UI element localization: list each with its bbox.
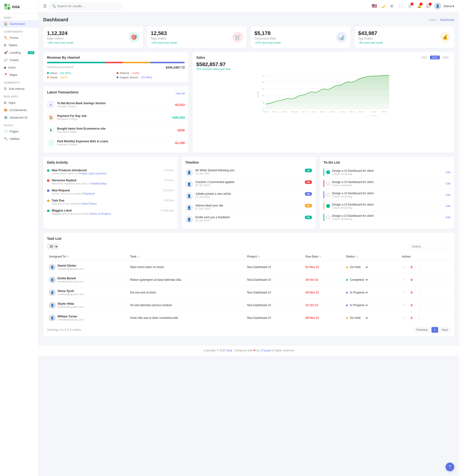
search-input[interactable] (57, 4, 119, 8)
daily-activity-card: Daily Activity New Products Introduced L… (43, 157, 178, 229)
sidebar-item-submenus[interactable]: ☰ Sub-menus › (0, 85, 38, 93)
transactions-card: Latest Transactions View All » To Bel Bc… (43, 86, 188, 153)
sidebar-item-maps[interactable]: 📍 Maps › (0, 71, 38, 79)
action-check-0[interactable]: ✓ (402, 264, 407, 270)
action-check-1[interactable]: ✓ (402, 277, 407, 283)
todo-edit-0[interactable]: Edit (446, 171, 450, 174)
sidebar-item-landing[interactable]: 🚀 Landing new (0, 49, 38, 56)
action-more-2[interactable]: ⋮ (416, 290, 422, 295)
transaction-title-1: Payment For Day Job (57, 114, 172, 118)
todo-item-title-1: Design a UI Dashboard for client (332, 180, 444, 184)
activity-link-4[interactable]: Article on Projects (90, 212, 111, 215)
activity-link-2[interactable]: Facebook (83, 192, 95, 195)
status-select-4[interactable]: On Hold Completed In Progress (349, 316, 369, 320)
utilities-icon: 🔧 (4, 137, 8, 141)
sidebar-item-dashboard[interactable]: 🏠 Dashboard (0, 20, 38, 27)
action-more-0[interactable]: ⋮ (416, 264, 422, 270)
svg-text:Growth: Growth (257, 91, 259, 97)
td-status-0: On Hold Completed In Progress (344, 261, 400, 273)
forms-icon: ✏️ (4, 36, 8, 40)
sidebar-item-apps[interactable]: ⊞ Apps › (0, 99, 38, 106)
action-more-3[interactable]: ⋮ (416, 302, 422, 308)
activity-link-1[interactable]: Detailed Blog (91, 182, 106, 185)
assignee-avatar-4: 👤 (49, 314, 56, 321)
stat-label-0: Daily Visitors (47, 37, 73, 40)
table-row: 👤 Skyler Hilda member@spruko.com Sit sed… (47, 299, 450, 312)
stat-info-1: 12,563 Total Orders ↑12% since last mont… (151, 30, 177, 44)
notification-icon[interactable]: 🔔 3 (416, 3, 423, 9)
home-icon: 🏠 (4, 22, 8, 26)
icons-chevron: › (34, 66, 34, 69)
grid-icon[interactable]: ⊞ (388, 3, 395, 9)
sidebar-item-icons[interactable]: ◆ Icons › (0, 64, 38, 71)
transaction-row: 📄 Paid Monthly Expenses Bills & Loans Pa… (47, 136, 185, 149)
status-select-2[interactable]: On Hold Completed In Progress (349, 291, 369, 294)
transactions-title: Latest Transactions (47, 90, 79, 94)
action-delete-4[interactable]: 🗑 (409, 315, 415, 321)
todo-check-3[interactable]: ✓ (326, 204, 330, 208)
action-more-4[interactable]: ⋮ (416, 315, 422, 321)
todo-check-4[interactable] (326, 215, 330, 219)
action-delete-1[interactable]: 🗑 (409, 277, 415, 283)
activity-link-3[interactable]: New Project (82, 202, 97, 205)
theme-toggle-icon[interactable]: 🌙 (380, 3, 386, 9)
view-all-link[interactable]: View All (176, 92, 185, 95)
page-1-btn[interactable]: 1 (432, 327, 438, 333)
fullscreen-icon[interactable]: ⛶ (397, 3, 404, 9)
status-select-0[interactable]: On Hold Completed In Progress (349, 265, 369, 269)
year-tab[interactable]: 2023 (441, 56, 450, 60)
sidebar-item-advanced-ui[interactable]: ⚙️ Advanced UI › (0, 114, 38, 121)
sidebar-item-forms[interactable]: ✏️ Forms › (0, 34, 38, 42)
todo-check-2[interactable] (326, 193, 330, 197)
transaction-amount-0: -$2,543 (174, 103, 185, 107)
action-check-3[interactable]: ✓ (402, 302, 407, 308)
task-search-input[interactable] (409, 243, 450, 250)
action-delete-0[interactable]: 🗑 (409, 264, 415, 270)
notification-badge: 3 (420, 3, 423, 6)
sidebar-item-ui-elements[interactable]: 🎨 UI Elements › (0, 106, 38, 114)
action-more-1[interactable]: ⋮ (416, 277, 422, 283)
action-check-2[interactable]: ✓ (402, 290, 407, 295)
transaction-icon-2: $ (47, 126, 55, 134)
assignee-avatar-0: 👤 (49, 264, 56, 271)
prev-btn[interactable]: Previous (414, 327, 431, 333)
td-task-1: Rebum gubergren at kasd takimata clita. (128, 273, 245, 286)
help-button[interactable]: ? (446, 463, 454, 471)
td-action-4: ✓ 🗑 ⋮ (400, 312, 450, 324)
todo-check-0[interactable]: ✓ (326, 170, 330, 174)
action-check-4[interactable]: ✓ (402, 315, 407, 321)
action-delete-3[interactable]: 🗑 (409, 302, 415, 308)
chat-icon[interactable]: 💬 2 (425, 3, 432, 9)
td-action-2: ✓ 🗑 ⋮ (400, 286, 450, 299)
stat-change-3: ↑9% since last month (358, 41, 383, 44)
pagination: Previous 1 Next (414, 327, 450, 333)
status-select-3[interactable]: On Hold Completed In Progress (349, 303, 369, 307)
footer-brand[interactable]: Noa (227, 349, 232, 352)
status-dot-0 (346, 266, 348, 268)
status-select-1[interactable]: On Hold Completed In Progress (349, 278, 369, 282)
timeline-item-title-4: Emilie sent you a feedback (195, 216, 302, 219)
next-btn[interactable]: Next (439, 327, 450, 333)
activity-link-0[interactable]: Product Light Launched (79, 172, 106, 175)
breadcrumb-home[interactable]: Home (429, 18, 436, 22)
todo-edit-4[interactable]: Edit (446, 216, 450, 219)
user-name[interactable]: Elena ▾ (444, 4, 454, 8)
todo-check-1[interactable] (326, 182, 330, 185)
sidebar-item-charts[interactable]: 📈 Charts › (0, 56, 38, 64)
per-page-select[interactable]: 10 25 50 (47, 244, 59, 249)
timeline-date-3: 07 Dec 2022 (195, 207, 302, 210)
year-tab[interactable]: 2021 (419, 56, 429, 60)
sidebar-item-utilities[interactable]: 🔧 Utilities › (0, 135, 38, 143)
todo-edit-1[interactable]: Edit (446, 182, 450, 185)
todo-edit-2[interactable]: Edit (446, 193, 450, 196)
sidebar-item-pages[interactable]: 📄 Pages › (0, 128, 38, 135)
year-tab[interactable]: 2022 (430, 56, 440, 60)
sidebar-item-tables[interactable]: ⊞ Tables › (0, 42, 38, 49)
todo-edit-3[interactable]: Edit (446, 204, 450, 207)
sales-total: $582,857.97 (196, 61, 450, 68)
timeline-item: 👤 Akimov liked your site 07 Dec 2022 4m (185, 202, 312, 214)
action-delete-2[interactable]: 🗑 (409, 290, 415, 295)
footer-designer[interactable]: 17sucai (260, 349, 270, 352)
cart-icon[interactable]: 🛒 5 (407, 3, 414, 9)
hamburger-icon[interactable]: ☰ (43, 4, 46, 8)
